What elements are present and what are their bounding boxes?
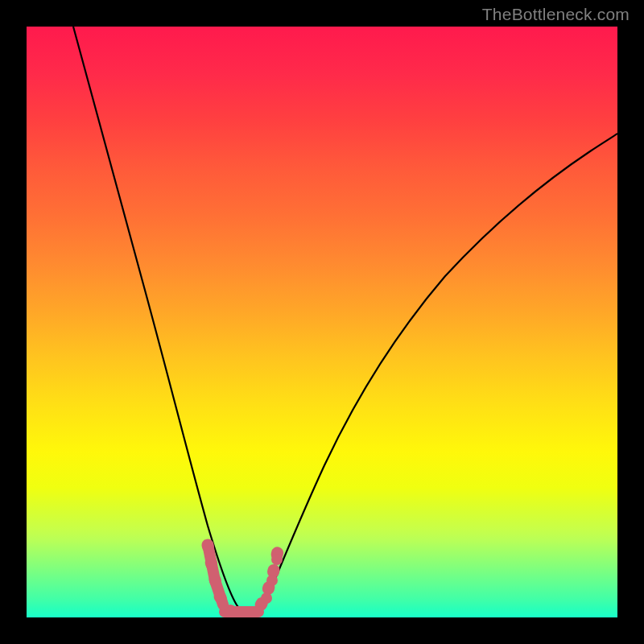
chart-plot-area xyxy=(27,27,617,617)
highlight-dot-3 xyxy=(271,554,283,565)
watermark-text: TheBottleneck.com xyxy=(482,5,630,24)
bottleneck-curve-line xyxy=(73,27,617,614)
highlight-valley-left xyxy=(208,548,223,605)
highlight-dot-2 xyxy=(266,575,278,586)
highlight-dot-1 xyxy=(261,592,272,604)
highlight-valley-marker xyxy=(208,545,278,614)
chart-svg xyxy=(27,27,617,617)
